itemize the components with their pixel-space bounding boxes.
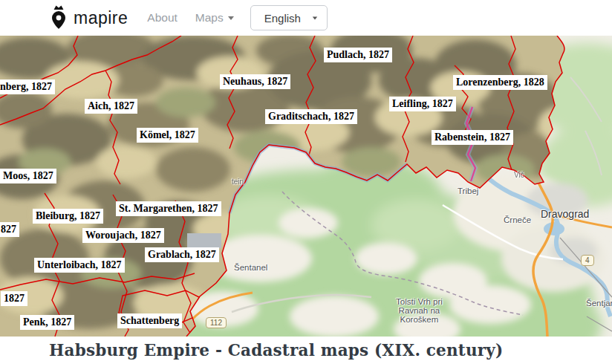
cadastral-sheet-label: Bleiburg, 1827 (33, 209, 103, 224)
cadastral-sheet-label: St. Margarethen, 1827 (116, 201, 221, 216)
cadastral-sheet-label: Pudlach, 1827 (324, 48, 392, 62)
road-number-shield: 4 (581, 255, 594, 266)
cadastral-sheet-label: Woroujach, 1827 (82, 228, 164, 243)
language-select[interactable]: English (250, 5, 328, 30)
road-number-shield: 112 (206, 317, 227, 328)
place-name-label: Tolsti Vrh pri Ravnah na Koroškem (396, 297, 443, 324)
nav-about[interactable]: About (147, 11, 178, 25)
place-name-label: Dravograd (541, 208, 589, 220)
cadastral-sheet-label: Aich, 1827 (85, 99, 137, 114)
select-caret-icon (313, 16, 317, 19)
place-name-label: Vič (514, 171, 524, 179)
place-name-label: Tribej (458, 186, 478, 195)
cadastral-sheet-label: 827 (0, 222, 19, 237)
brand-name: mapire (74, 8, 128, 28)
cadastral-sheet-label: Schattenberg (117, 313, 182, 328)
cadastral-sheet-label: Lorenzenberg, 1828 (453, 75, 547, 90)
main-nav: About Maps (147, 11, 233, 25)
cadastral-sheet-label: Unterloibach, 1827 (34, 258, 125, 273)
cadastral-sheet-label: 1827 (1, 291, 27, 306)
language-select-value: English (264, 12, 301, 25)
cadastral-sheet-label: Grablach, 1827 (145, 247, 219, 262)
cadastral-sheet-label: Penk, 1827 (20, 315, 74, 330)
place-name-label: Črneče (504, 215, 531, 224)
cadastral-sheet-label: Graditschach, 1827 (265, 109, 357, 124)
page-title: Habsburg Empire - Cadastral maps (XIX. c… (0, 337, 612, 360)
cadastral-sheet-label: Rabenstein, 1827 (432, 130, 513, 145)
chevron-down-icon (228, 16, 234, 20)
map-canvas[interactable]: nberg, 1827Aich, 1827Kömel, 1827Neuhaus,… (0, 36, 612, 337)
map-pin-crown-icon (49, 4, 68, 31)
place-name-label: tein (232, 178, 244, 186)
page-footer: Habsburg Empire - Cadastral maps (XIX. c… (0, 337, 612, 364)
app-header: mapire About Maps English (0, 0, 612, 36)
cadastral-sheet-label: nberg, 1827 (0, 79, 55, 94)
place-name-label: Šentjanž (586, 299, 612, 308)
cadastral-sheet-label: Kömel, 1827 (137, 128, 198, 143)
nav-maps-label: Maps (195, 11, 224, 25)
mapire-logo[interactable]: mapire (49, 4, 128, 31)
place-name-label: Šentanel (234, 263, 267, 272)
cadastral-sheet-label: Leifling, 1827 (389, 97, 456, 111)
cadastral-sheet-label: Neuhaus, 1827 (220, 74, 290, 89)
nav-maps[interactable]: Maps (195, 11, 234, 25)
cadastral-sheet-label: Moos, 1827 (0, 169, 56, 183)
